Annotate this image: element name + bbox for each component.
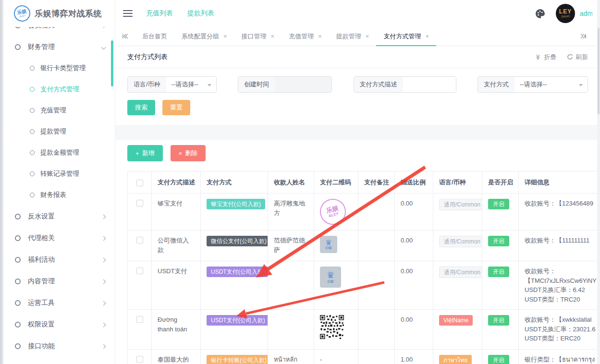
sidebar-group-api[interactable]: 接口功能 [3,335,115,357]
collapse-button[interactable]: ≫ 折叠 [535,53,556,61]
qr-image-ley-stamp[interactable]: 乐娱 &LEY [317,196,348,227]
sidebar-group-content[interactable]: 内容管理 [3,270,115,292]
col-enabled: 是否开启 [482,171,519,194]
x-icon: × [179,150,183,157]
sidebar-item-withdraw-amount[interactable]: 提款金额管理 [3,142,115,163]
row-checkbox[interactable] [136,267,143,274]
ring-icon [30,66,35,71]
method-badge: 微信公支付(公司入款) [207,236,268,246]
create-time-input[interactable] [275,77,331,92]
tab-withdraw-management[interactable]: 提款管理 × [329,27,377,46]
ring-icon [30,108,35,113]
hamburger-icon[interactable] [123,10,133,17]
brand-title: 乐娱博弈对战系统 [35,8,102,19]
tab-payment-method-management[interactable]: 支付方式管理 × [376,27,436,46]
first-page-icon[interactable] [122,33,128,39]
filter-create-time: 创建时间 [238,76,332,93]
sidebar-item-finance-report[interactable]: 财务报表 [3,184,115,206]
window-left-strip [0,0,3,364]
brand-logo-subtext: &LEY [19,13,26,18]
refresh-icon [567,54,573,60]
sidebar-item-members[interactable]: 会员相关 [3,27,115,36]
status-badge: 开启 [488,236,509,246]
sidebar-scrollbar-thumb[interactable] [111,40,113,86]
qr-image-crown-logo[interactable]: ♛ OB [320,236,337,253]
ring-icon [15,257,21,263]
add-button[interactable]: + 新增 [127,145,163,161]
qr-image-crown-logo[interactable]: ♛ OB [320,267,341,288]
avatar[interactable]: LEY 乐娱API [556,4,575,23]
topnav-withdraw-list[interactable]: 提款列表 [187,9,214,18]
tab-api-management[interactable]: 接口管理 × [234,27,282,46]
payment-desc-input[interactable] [403,77,456,92]
sidebar-group-welfare[interactable]: 福利活动 [3,249,115,270]
tab-system-config-group[interactable]: 系统配置分组 × [174,27,234,46]
status-badge: 开启 [488,315,509,326]
tabbar: 后台首页 系统配置分组 × 接口管理 × 充值管理 × 提款管理 × [115,27,600,46]
chevron-right-icon [101,214,106,219]
ring-icon [30,193,35,197]
ring-icon [15,235,21,241]
ring-icon [30,171,35,176]
delete-button[interactable]: × 删除 [171,145,206,161]
panel-tools: ≫ 折叠 刷新 [535,53,588,61]
ring-icon [30,87,35,92]
reset-button[interactable]: 重置 [162,100,190,115]
close-icon[interactable]: × [425,33,429,40]
sidebar-item-recharge[interactable]: 充值管理 [3,100,115,121]
row-checkbox[interactable] [136,356,143,363]
language-badge: 通用/Common [439,267,482,278]
crown-icon: ♛ [325,239,331,246]
tab-recharge-management[interactable]: 充值管理 × [282,27,329,46]
language-currency-select[interactable]: --请选择-- [166,77,216,92]
language-badge: ภาษาไทย [439,355,472,364]
sidebar-item-transfer-records[interactable]: 转账记录管理 [3,163,115,184]
row-checkbox[interactable] [136,200,143,206]
sidebar-group-rebate[interactable]: 反水设置 [3,206,115,227]
sidebar-item-withdraw[interactable]: 提款管理 [3,121,115,142]
finance-submenu: 银行卡类型管理 支付方式管理 充值管理 提款管理 提款金额管理 [3,58,115,206]
last-page-icon[interactable] [580,33,587,39]
refresh-button[interactable]: 刷新 [567,53,588,61]
language-badge: 通用/Common [439,199,482,210]
tabs: 后台首页 系统配置分组 × 接口管理 × 充值管理 × 提款管理 × [135,27,436,46]
language-badge: ViệtName [439,315,473,326]
sidebar-item-bankcard-type[interactable]: 银行卡类型管理 [3,58,115,79]
page-title: 支付方式列表 [127,53,168,61]
sidebar-group-ops-tools[interactable]: 运营工具 [3,292,115,314]
page-scrollbar-thumb[interactable] [598,28,600,114]
page-scrollbar[interactable] [597,0,600,364]
close-icon[interactable]: × [318,33,322,40]
ring-icon [15,322,21,328]
col-details: 详细信息 [519,171,600,194]
sidebar: 乐娱 &LEY 乐娱博弈对战系统 会员相关 财务管理 银行卡类型管理 [3,0,115,364]
main-area: 充值列表 提款列表 LEY 乐娱API adm [115,0,600,364]
filter-actions: 搜索 重置 [115,93,600,125]
method-badge: USDT支付(公司入款) [207,315,268,326]
topnav-recharge-list[interactable]: 充值列表 [146,9,173,18]
chevron-right-icon [101,322,106,327]
theme-palette-icon[interactable] [535,9,545,19]
caret-down-icon [208,84,211,86]
sidebar-item-payment-method[interactable]: 支付方式管理 [3,79,115,100]
sidebar-group-agent[interactable]: 代理相关 [3,227,115,249]
sidebar-group-logs[interactable]: 日志管理 [3,357,115,364]
close-icon[interactable]: × [271,33,275,40]
payment-methods-table: 支付方式描述 支付方式 收款人姓名 支付二维码 支付备注 赠送比例 语言/币种 … [127,171,600,364]
search-button[interactable]: 搜索 [127,100,155,115]
col-payee-name: 收款人姓名 [268,171,314,194]
row-checkbox[interactable] [136,316,143,323]
chevron-right-icon [101,236,106,241]
payment-method-select[interactable]: --请选择-- [514,77,588,92]
sidebar-group-finance[interactable]: 财务管理 [3,36,115,58]
method-badge: 够宝支付(公司入款) [207,199,265,209]
close-icon[interactable]: × [223,33,227,40]
row-checkbox[interactable] [136,237,143,243]
username[interactable]: adm [580,10,592,17]
sidebar-group-permissions[interactable]: 权限设置 [3,314,115,335]
select-all-checkbox[interactable] [136,180,143,186]
tab-home[interactable]: 后台首页 [135,27,174,46]
close-icon[interactable]: × [366,33,369,40]
qr-code-image[interactable] [320,315,344,339]
topnav: 充值列表 提款列表 [146,9,214,18]
